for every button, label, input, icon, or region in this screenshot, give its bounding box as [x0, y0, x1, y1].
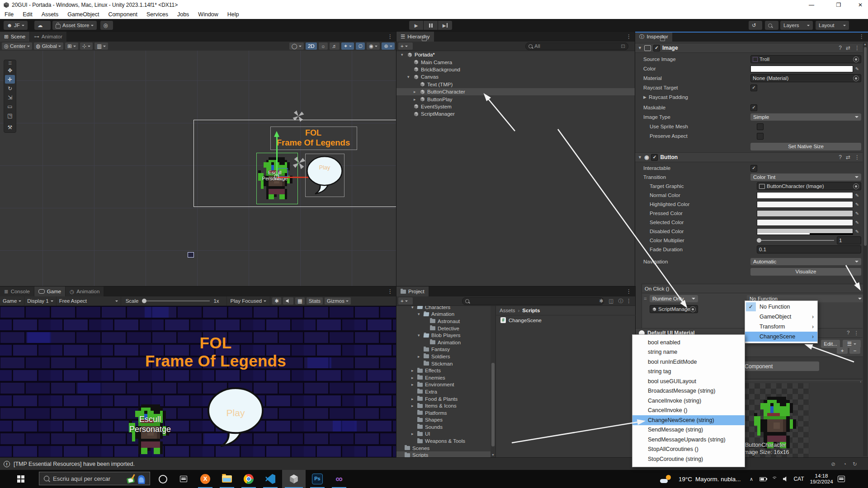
method-menu-item[interactable]: BroadcastMessage (string) — [632, 386, 745, 396]
asset-item[interactable]: # ChangeScene — [496, 316, 636, 324]
notification-center-button[interactable] — [835, 470, 848, 488]
game-viewport[interactable]: FOL Frame Of Legends Escull Personatge P… — [0, 306, 396, 457]
grid-snap-button[interactable]: ⊞ — [65, 42, 78, 50]
panel-menu-icon[interactable]: ⋮ — [859, 33, 864, 40]
move-gizmo-center[interactable] — [274, 175, 279, 179]
2d-toggle[interactable]: 2D — [306, 42, 317, 50]
hierarchy-item[interactable]: Main Camera — [396, 58, 635, 66]
project-folder-item[interactable]: Astronaut — [396, 318, 491, 325]
scale-tool-button[interactable]: ⇲ — [5, 93, 15, 102]
camera-dropdown[interactable]: ◉ — [367, 42, 380, 50]
navigation-dropdown[interactable]: Automatic — [750, 258, 861, 265]
minimize-button[interactable]: — — [801, 0, 822, 10]
maskable-checkbox[interactable] — [750, 104, 757, 111]
color-swatch[interactable] — [757, 201, 853, 208]
scrollbar-thumb[interactable] — [864, 47, 867, 246]
menu-item[interactable]: Jobs — [173, 11, 193, 18]
project-folder-item[interactable]: Animation — [396, 311, 491, 318]
eyedropper-icon[interactable]: ✎ — [853, 220, 861, 225]
function-menu-item[interactable]: GameObject › — [745, 312, 817, 322]
tool-orientation-dropdown[interactable]: ◍Global — [34, 42, 63, 50]
method-menu-item[interactable]: ChangeNewScene (string) — [632, 415, 745, 425]
layers-dropdown[interactable]: Layers — [780, 21, 813, 30]
mute-notifications-icon[interactable]: ⊘ — [831, 461, 835, 467]
button-component-header[interactable]: ▼ ◉ Button ?⇄⋮ — [635, 152, 863, 162]
project-folder-item[interactable]: Sounds — [396, 423, 491, 431]
color-swatch[interactable] — [757, 192, 853, 199]
restore-button[interactable]: ❐ — [828, 0, 849, 10]
draw-mode-dropdown[interactable]: ◯ — [289, 42, 304, 50]
gizmos-dropdown[interactable]: ⊕ — [382, 42, 395, 50]
vsync-button[interactable]: ▦ — [295, 297, 305, 305]
color-swatch[interactable] — [757, 210, 853, 217]
menu-item[interactable]: Services — [142, 11, 173, 18]
object-picker-icon[interactable] — [853, 183, 859, 189]
tab-scene[interactable]: ⊞Scene — [0, 32, 29, 42]
hierarchy-item[interactable]: Portada* — [396, 51, 635, 58]
lock-icon[interactable] — [422, 37, 427, 41]
pause-button[interactable] — [424, 21, 438, 30]
volume-icon[interactable] — [780, 470, 791, 488]
search-by-label-icon[interactable]: ◫ — [609, 298, 613, 304]
cortana-button[interactable] — [154, 470, 172, 488]
method-menu-item[interactable]: SendMessageUpwards (string) — [632, 435, 745, 445]
slider-track[interactable] — [757, 240, 834, 241]
expand-arrow-icon[interactable] — [411, 306, 417, 310]
taskbar-explorer[interactable] — [217, 470, 237, 488]
visualize-button[interactable]: Visualize — [750, 268, 861, 276]
fade-duration-field[interactable]: 0.1 — [757, 245, 861, 253]
create-dropdown[interactable]: + — [398, 42, 413, 50]
expand-arrow-icon[interactable] — [411, 397, 417, 401]
scroll-down-icon[interactable]: ▼ — [491, 453, 495, 456]
play-bubble-sprite[interactable] — [306, 154, 344, 196]
scale-slider[interactable] — [142, 300, 210, 301]
menu-item[interactable]: Assets — [37, 11, 63, 18]
hidden-count-icon[interactable]: ⓘ — [618, 298, 624, 305]
object-picker-icon[interactable] — [853, 56, 859, 62]
alert-icon[interactable]: ! — [4, 461, 10, 467]
start-button[interactable] — [8, 470, 33, 488]
tray-chevron-icon[interactable]: ∧ — [746, 470, 757, 488]
function-menu-item[interactable]: No Function — [745, 302, 817, 312]
use-sprite-mesh-checkbox[interactable] — [757, 123, 764, 130]
project-folder-item[interactable]: Animation — [396, 339, 491, 346]
mute-audio-button[interactable] — [283, 297, 293, 305]
project-folder-item[interactable]: Blob Players — [396, 332, 491, 339]
target-graphic-field[interactable]: ButtonCharacter (Image) — [757, 182, 861, 190]
search-button[interactable] — [765, 21, 778, 30]
preserve-aspect-checkbox[interactable] — [757, 133, 764, 140]
source-image-field[interactable]: Troll — [750, 55, 861, 63]
event-target-field[interactable]: ScriptManager — [650, 305, 698, 313]
method-menu-item[interactable]: CancelInvoke () — [632, 406, 745, 416]
visibility-toggle[interactable]: ∅ — [356, 42, 365, 50]
expand-arrow-icon[interactable] — [411, 368, 417, 373]
project-folder-item[interactable]: Environment — [396, 381, 491, 389]
transform-tool-button[interactable]: ◳ — [5, 111, 15, 120]
debug-button[interactable]: ✱ — [272, 297, 281, 305]
function-menu-item[interactable]: Transform › — [745, 322, 817, 332]
battery-icon[interactable] — [757, 470, 769, 488]
material-field[interactable]: None (Material) — [750, 74, 861, 82]
project-search-input[interactable] — [462, 297, 604, 305]
background-tasks-icon[interactable]: ↻ — [853, 461, 857, 467]
hierarchy-item[interactable]: BrickBackground — [396, 66, 635, 73]
expand-arrow-icon[interactable] — [407, 75, 413, 79]
asset-store-button[interactable]: Asset Store — [52, 21, 97, 30]
eyedropper-icon[interactable]: ✎ — [853, 193, 861, 198]
effects-dropdown[interactable]: ✦ — [341, 42, 354, 50]
foldout-arrow-icon[interactable]: ▼ — [638, 155, 642, 160]
lock-icon[interactable] — [660, 37, 665, 41]
panel-menu-icon[interactable]: ⋮ — [387, 288, 393, 295]
breadcrumb-root[interactable]: Assets — [500, 308, 515, 313]
ruler-button[interactable]: ▥ — [94, 42, 108, 50]
menu-item[interactable]: Help — [223, 11, 244, 18]
method-menu-item[interactable]: CancelInvoke (string) — [632, 396, 745, 406]
project-folder-item[interactable]: Soldiers — [396, 353, 491, 360]
clock[interactable]: 14:18 19/2/2024 — [807, 470, 835, 488]
panel-menu-icon[interactable]: ⋮ — [387, 33, 393, 40]
tab-project[interactable]: Project — [396, 286, 429, 296]
project-folder-item[interactable]: Fantasy — [396, 346, 491, 353]
gizmos-dropdown[interactable]: Gizmos — [325, 297, 351, 305]
eyedropper-icon[interactable]: ✎ — [853, 229, 861, 234]
kebab-icon[interactable]: ⋮ — [854, 45, 860, 51]
